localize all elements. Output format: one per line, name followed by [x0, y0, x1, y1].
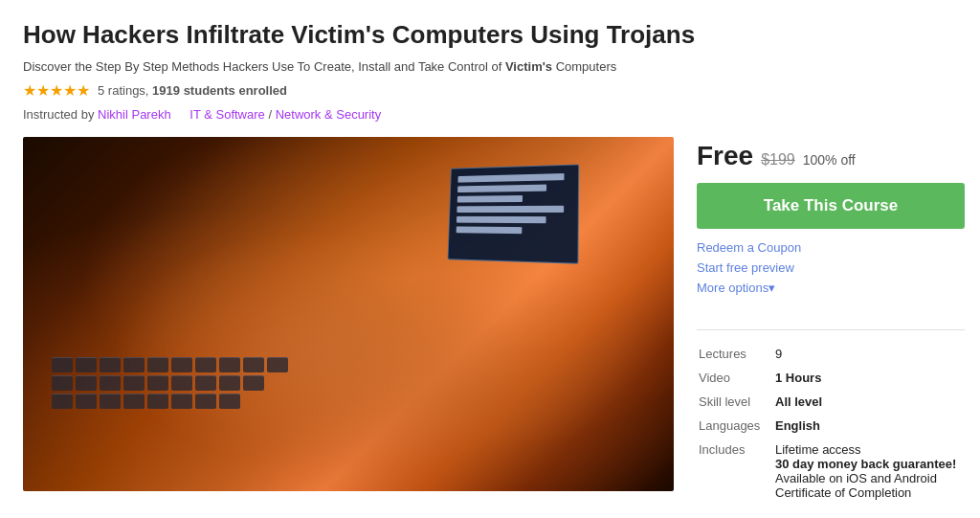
key — [123, 375, 145, 391]
students-enrolled: 1919 students enrolled — [152, 83, 287, 98]
price-discount-label: 100% off — [803, 152, 856, 168]
keyboard-sim — [52, 357, 339, 472]
sidebar-divider — [697, 329, 965, 330]
keyboard-row-1 — [52, 357, 339, 372]
skill-label: Skill level — [697, 390, 773, 414]
key — [76, 394, 97, 409]
skill-value: All level — [773, 390, 965, 414]
includes-line-4: Certificate of Completion — [775, 485, 963, 500]
key — [147, 375, 168, 391]
key — [171, 375, 192, 391]
keyboard-row-3 — [52, 394, 339, 409]
subtitle-and: and — [394, 59, 415, 74]
key — [52, 357, 73, 372]
key — [171, 357, 192, 372]
subtitle-end: Computers — [556, 59, 617, 74]
more-options-arrow: ▾ — [768, 281, 775, 295]
course-image — [23, 137, 674, 491]
video-label: Video — [697, 366, 773, 390]
key — [243, 357, 264, 372]
key — [76, 375, 97, 391]
skill-row: Skill level All level — [697, 390, 965, 414]
includes-label: Includes — [697, 438, 773, 505]
ratings-count: 5 ratings, — [98, 83, 148, 98]
subtitle-prefix: Discover the Step By Step Methods Hacker… — [23, 59, 390, 74]
info-table: Lectures 9 Video 1 Hours Skill level All… — [697, 342, 965, 505]
category-link[interactable]: IT & Software — [189, 107, 265, 122]
link-row: Redeem a Coupon Start free preview More … — [697, 240, 965, 295]
key — [147, 394, 168, 409]
keyboard-row-2 — [52, 375, 339, 391]
key — [123, 357, 145, 372]
ratings-row: ★★★★★ 5 ratings, 1919 students enrolled — [23, 81, 957, 100]
take-course-button[interactable]: Take This Course — [697, 183, 965, 229]
key — [147, 357, 168, 372]
video-row: Video 1 Hours — [697, 366, 965, 390]
start-preview-link[interactable]: Start free preview — [697, 260, 965, 275]
more-options-text: More options — [697, 281, 768, 295]
key — [171, 394, 192, 409]
key — [76, 357, 97, 372]
key — [219, 394, 240, 409]
key — [123, 394, 145, 409]
includes-line-3: Available on iOS and Android — [775, 471, 963, 485]
redeem-coupon-link[interactable]: Redeem a Coupon — [697, 240, 965, 255]
key — [195, 375, 216, 391]
key — [100, 375, 121, 391]
languages-label: Languages — [697, 414, 773, 438]
includes-row: Includes Lifetime access 30 day money ba… — [697, 438, 965, 505]
key — [100, 357, 121, 372]
key — [100, 394, 121, 409]
main-content: Free $199 100% off Take This Course Rede… — [23, 137, 957, 518]
star-icons: ★★★★★ — [23, 81, 90, 100]
ratings-text: 5 ratings, 1919 students enrolled — [98, 83, 287, 98]
sidebar: Free $199 100% off Take This Course Rede… — [697, 137, 965, 518]
languages-value: English — [773, 414, 965, 438]
includes-values: Lifetime access 30 day money back guaran… — [773, 438, 965, 505]
key — [195, 394, 216, 409]
subtitle-suffix: Take Control of — [418, 59, 501, 74]
languages-row: Languages English — [697, 414, 965, 438]
subtitle-bold: Victim's — [505, 59, 552, 74]
course-subtitle: Discover the Step By Step Methods Hacker… — [23, 59, 957, 74]
instructor-link[interactable]: Nikhil Parekh — [98, 107, 171, 122]
more-options-link[interactable]: More options▾ — [697, 281, 965, 295]
key — [195, 357, 216, 372]
price-original-label: $199 — [761, 151, 795, 169]
price-section: Free $199 100% off Take This Course Rede… — [697, 137, 965, 322]
instructors-row: Instructed by Nikhil Parekh IT & Softwar… — [23, 107, 957, 122]
subcategory-link[interactable]: Network & Security — [276, 107, 382, 122]
key — [52, 375, 73, 391]
price-row: Free $199 100% off — [697, 141, 965, 171]
price-free-label: Free — [697, 141, 753, 171]
instructed-by-label: Instructed by — [23, 107, 94, 122]
lectures-row: Lectures 9 — [697, 342, 965, 366]
course-title: How Hackers Infiltrate Victim's Computer… — [23, 19, 957, 52]
video-value: 1 Hours — [773, 366, 965, 390]
key — [267, 357, 288, 372]
key — [219, 375, 240, 391]
key — [243, 375, 264, 391]
includes-line-1: Lifetime access — [775, 442, 963, 457]
lectures-label: Lectures — [697, 342, 773, 366]
page-wrapper: How Hackers Infiltrate Victim's Computer… — [0, 0, 980, 518]
lectures-value: 9 — [773, 342, 965, 366]
key — [219, 357, 240, 372]
includes-line-2: 30 day money back guarantee! — [775, 457, 963, 471]
slash-separator: / — [268, 107, 275, 122]
key — [52, 394, 73, 409]
